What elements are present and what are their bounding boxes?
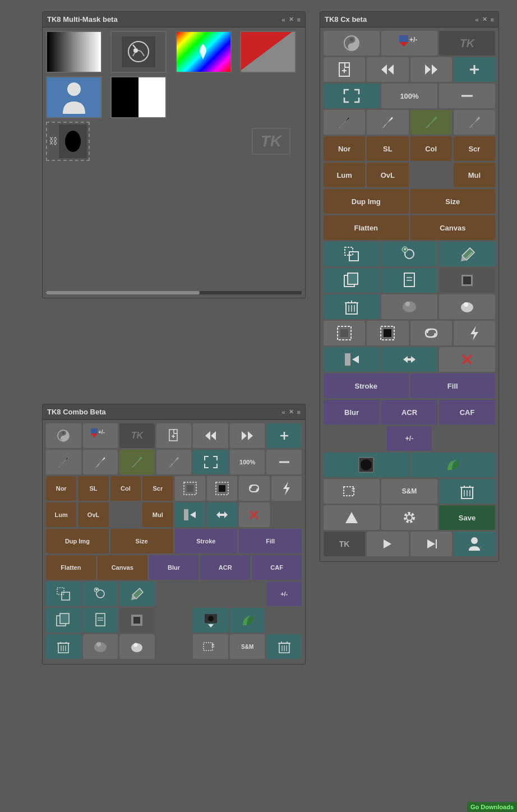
- combo-mask1-btn[interactable]: [175, 476, 205, 501]
- combo-blob1-btn[interactable]: [83, 634, 118, 659]
- combo-sel1-btn[interactable]: [46, 582, 81, 606]
- thumb-blackwhite[interactable]: [110, 76, 167, 118]
- cx-scr-btn[interactable]: Scr: [454, 136, 495, 161]
- linked-mask-item[interactable]: ⛓: [46, 122, 90, 161]
- combo-sel-expand-btn[interactable]: ±: [193, 634, 228, 659]
- multimask-menu-icon[interactable]: ≡: [297, 16, 301, 23]
- cx-col-btn[interactable]: Col: [410, 136, 452, 161]
- combo-close-icon[interactable]: ✕: [289, 408, 294, 416]
- cx-new-doc-btn[interactable]: [324, 57, 365, 82]
- cx-tk-bottom-btn[interactable]: TK: [324, 532, 365, 556]
- combo-add-btn[interactable]: [266, 423, 302, 448]
- cx-ovl-btn[interactable]: OvL: [367, 163, 408, 187]
- cx-close-icon[interactable]: ✕: [482, 16, 487, 23]
- cx-link-btn[interactable]: [410, 321, 452, 345]
- combo-fill-btn[interactable]: Fill: [239, 529, 302, 553]
- cx-ff-btn[interactable]: [410, 57, 452, 82]
- cx-selection2-btn[interactable]: [381, 242, 437, 266]
- cx-arrows-lr-btn[interactable]: [381, 347, 437, 372]
- combo-ff-btn[interactable]: [230, 423, 265, 448]
- cx-brush2-btn[interactable]: [367, 110, 408, 135]
- combo-new-btn[interactable]: [156, 423, 192, 448]
- combo-tk-italic-btn[interactable]: TK: [119, 423, 155, 448]
- cx-blob1-btn[interactable]: [381, 294, 437, 319]
- combo-brush2-btn[interactable]: [83, 450, 118, 474]
- thumb-person[interactable]: [46, 76, 102, 118]
- cx-sl-btn[interactable]: SL: [367, 136, 408, 161]
- cx-selection3-btn[interactable]: [439, 242, 495, 266]
- combo-caf-btn[interactable]: CAF: [252, 555, 302, 580]
- combo-menu-icon[interactable]: ≡: [297, 409, 301, 416]
- cx-lightning-btn[interactable]: [454, 321, 495, 345]
- cx-tk-italic-btn[interactable]: TK: [439, 31, 495, 56]
- cx-x-btn[interactable]: [439, 347, 495, 372]
- combo-size-btn[interactable]: Size: [110, 529, 173, 553]
- cx-circle-mask-btn[interactable]: [324, 453, 409, 477]
- combo-ovl-btn[interactable]: OvL: [78, 502, 108, 527]
- cx-plusminus2-btn[interactable]: +/-: [387, 426, 432, 451]
- combo-canvas-btn[interactable]: Canvas: [98, 555, 147, 580]
- cx-lum-btn[interactable]: Lum: [324, 163, 365, 187]
- thumb-curves[interactable]: [110, 31, 167, 73]
- cx-canvas-btn[interactable]: Canvas: [410, 215, 496, 240]
- cx-add-btn[interactable]: [454, 57, 495, 82]
- cx-dup-img-btn[interactable]: Dup Img: [324, 189, 409, 214]
- cx-plusminus-btn[interactable]: +/-: [381, 31, 437, 56]
- cx-person-btn[interactable]: [454, 532, 495, 556]
- cx-fill-btn[interactable]: Fill: [410, 373, 496, 398]
- cx-rewind-btn[interactable]: [367, 57, 408, 82]
- thumb-reddark[interactable]: [240, 31, 296, 73]
- cx-play2-btn[interactable]: [410, 532, 452, 556]
- multimask-arrows-icon[interactable]: «: [281, 16, 285, 23]
- combo-brush3-btn[interactable]: [119, 450, 155, 474]
- cx-expand-btn[interactable]: [324, 84, 380, 108]
- multimask-close-icon[interactable]: ✕: [289, 16, 294, 23]
- combo-trash2-btn[interactable]: [266, 634, 302, 659]
- cx-arrows-icon[interactable]: «: [475, 16, 478, 23]
- cx-mask2-btn[interactable]: [367, 321, 408, 345]
- combo-minus-btn[interactable]: [266, 450, 302, 474]
- cx-brush1-btn[interactable]: [324, 110, 365, 135]
- cx-acr-btn[interactable]: ACR: [381, 400, 437, 425]
- thumb-bw-gradient[interactable]: [46, 31, 102, 73]
- combo-stroke-btn[interactable]: Stroke: [175, 529, 238, 553]
- combo-sl-btn[interactable]: SL: [78, 476, 108, 501]
- combo-sel2-btn[interactable]: [83, 582, 118, 606]
- cx-mask1-btn[interactable]: [324, 321, 365, 345]
- cx-play1-btn[interactable]: [367, 532, 408, 556]
- combo-arrows-icon[interactable]: «: [281, 409, 285, 416]
- combo-arrows-lr-btn[interactable]: [207, 502, 237, 527]
- cx-triangle-btn[interactable]: [324, 505, 380, 530]
- cx-menu-icon[interactable]: ≡: [491, 16, 494, 23]
- combo-trash1-btn[interactable]: [46, 634, 81, 659]
- combo-blur-btn[interactable]: Blur: [149, 555, 199, 580]
- cx-trash-btn[interactable]: [324, 294, 380, 319]
- thumb-hue[interactable]: [176, 31, 232, 73]
- cx-selection1-btn[interactable]: [324, 242, 380, 266]
- combo-square-btn[interactable]: [119, 608, 155, 633]
- cx-nor-btn[interactable]: Nor: [324, 136, 365, 161]
- cx-flatten-btn[interactable]: Flatten: [324, 215, 409, 240]
- combo-arrow-in-btn[interactable]: [175, 502, 205, 527]
- combo-brush1-btn[interactable]: [46, 450, 81, 474]
- cx-stroke-btn[interactable]: Stroke: [324, 373, 409, 398]
- combo-plusminus-btn[interactable]: +/-: [83, 423, 118, 448]
- combo-mask2-btn[interactable]: [207, 476, 237, 501]
- cx-sm-btn[interactable]: S&M: [381, 479, 437, 504]
- combo-lum-btn[interactable]: Lum: [46, 502, 76, 527]
- cx-size-btn[interactable]: Size: [410, 189, 496, 214]
- cx-doc-icon-btn[interactable]: [381, 268, 437, 293]
- combo-link-btn[interactable]: [239, 476, 269, 501]
- combo-mul-btn[interactable]: Mul: [142, 502, 173, 527]
- combo-col-btn[interactable]: Col: [110, 476, 141, 501]
- combo-leaf-btn[interactable]: [230, 608, 265, 633]
- cx-sel-expand-btn[interactable]: ±: [324, 479, 380, 504]
- cx-gear-btn[interactable]: [381, 505, 437, 530]
- cx-copy-btn[interactable]: [324, 268, 380, 293]
- cx-save-btn[interactable]: Save: [439, 505, 495, 530]
- combo-dup-img-btn[interactable]: Dup Img: [46, 529, 109, 553]
- combo-brush4-btn[interactable]: [156, 450, 192, 474]
- combo-expand-btn[interactable]: [193, 450, 228, 474]
- cx-blob2-btn[interactable]: [439, 294, 495, 319]
- cx-brush4-btn[interactable]: [454, 110, 495, 135]
